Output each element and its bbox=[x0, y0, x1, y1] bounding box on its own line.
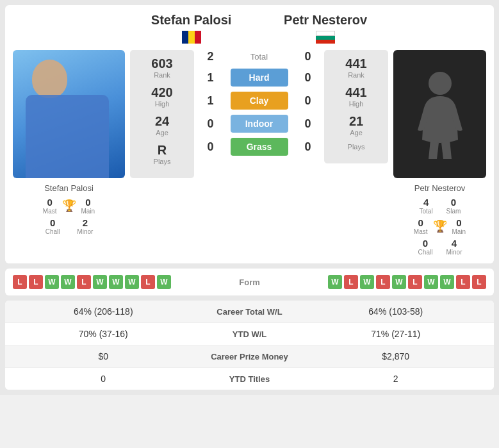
player2-name-bottom: Petr Nesterov bbox=[414, 183, 465, 193]
p1-form-3: W bbox=[45, 275, 59, 289]
player2-photo bbox=[393, 50, 486, 178]
p1-form-2: L bbox=[29, 275, 43, 289]
form-row: L L W W L W W W L W Form W L W L W L W W bbox=[13, 275, 486, 289]
clay-row: 1 Clay 0 bbox=[199, 92, 319, 110]
p1-chall-block: 0 Chall bbox=[43, 217, 63, 235]
p2-form-9: L bbox=[456, 275, 470, 289]
p1-minor-block: 2 Minor bbox=[76, 217, 95, 235]
form-label: Form bbox=[224, 278, 275, 287]
p2-high-row: 441 High bbox=[334, 85, 379, 108]
form-card: L L W W L W W W L W Form W L W L W L W W bbox=[5, 269, 494, 295]
player2-silhouette bbox=[414, 69, 466, 159]
p1-high-row: 420 High bbox=[140, 85, 184, 108]
stats-table: 64% (206-118) Career Total W/L 64% (103-… bbox=[5, 301, 494, 390]
player2-form: W L W L W L W W L L bbox=[328, 275, 486, 289]
player1-bottom: Stefan Palosi 2 Total 0 Slam 0 Mast bbox=[43, 183, 95, 235]
p2-total-block: 4 Total bbox=[419, 197, 434, 215]
p1-form-1: L bbox=[13, 275, 27, 289]
grass-row: 0 Grass 0 bbox=[199, 138, 319, 156]
player1-flag bbox=[182, 31, 201, 44]
p2-form-3: W bbox=[360, 275, 374, 289]
p1-trophy: 🏆 bbox=[62, 199, 76, 213]
player2-name-header: Petr Nesterov bbox=[284, 13, 367, 44]
player1-photo bbox=[13, 50, 125, 178]
player2-right: Petr Nesterov 4 Total 0 Slam 0 Mast bbox=[393, 50, 486, 256]
p2-mast-block: 0 Mast bbox=[414, 217, 428, 235]
player2-stats-box: 441 Rank 441 High 21 Age Plays bbox=[324, 50, 388, 163]
player2-flag bbox=[316, 31, 335, 44]
p2-form-7: W bbox=[424, 275, 438, 289]
p2-form-2: L bbox=[344, 275, 358, 289]
p2-form-4: L bbox=[376, 275, 390, 289]
p1-form-6: W bbox=[93, 275, 107, 289]
player1-form: L L W W L W W W L W bbox=[13, 275, 171, 289]
p1-form-4: W bbox=[61, 275, 75, 289]
total-row: 2 Total 0 bbox=[199, 50, 319, 63]
clay-button[interactable]: Clay bbox=[231, 92, 288, 110]
career-wl-row: 64% (206-118) Career Total W/L 64% (103-… bbox=[5, 301, 494, 323]
p2-form-10: L bbox=[472, 275, 486, 289]
p2-form-1: W bbox=[328, 275, 342, 289]
p2-chall-block: 0 Chall bbox=[417, 238, 433, 256]
indoor-button[interactable]: Indoor bbox=[231, 115, 288, 133]
comparison-card: Stefan Palosi Petr Nesterov bbox=[5, 5, 494, 263]
p2-form-5: W bbox=[392, 275, 406, 289]
grass-button[interactable]: Grass bbox=[231, 138, 288, 156]
p2-minor-block: 4 Minor bbox=[446, 238, 462, 256]
page-wrapper: Stefan Palosi Petr Nesterov bbox=[0, 0, 499, 395]
player1-name-header: Stefan Palosi bbox=[151, 13, 232, 44]
svg-point-0 bbox=[429, 72, 452, 95]
center-scores: 2 Total 0 1 Hard 0 1 Clay 0 0 Indoor bbox=[199, 50, 319, 156]
p2-form-8: W bbox=[440, 275, 454, 289]
p1-rank-row: 603 Rank bbox=[140, 56, 184, 79]
p1-form-5: L bbox=[77, 275, 91, 289]
player-headers: Stefan Palosi Petr Nesterov bbox=[13, 13, 486, 44]
p1-age-row: 24 Age bbox=[140, 114, 184, 137]
p1-plays-row: R Plays bbox=[140, 143, 184, 165]
main-content-row: Stefan Palosi 2 Total 0 Slam 0 Mast bbox=[13, 50, 486, 256]
player1-left: Stefan Palosi 2 Total 0 Slam 0 Mast bbox=[13, 50, 125, 235]
player1-stats-box: 603 Rank 420 High 24 Age R Plays bbox=[130, 50, 194, 178]
p2-slam-block: 0 Slam bbox=[446, 197, 461, 215]
p1-form-9: L bbox=[141, 275, 155, 289]
p2-age-row: 21 Age bbox=[334, 114, 379, 137]
p1-form-7: W bbox=[109, 275, 123, 289]
titles-row: 0 YTD Titles 2 bbox=[5, 368, 494, 390]
p2-rank-row: 441 Rank bbox=[334, 56, 379, 79]
p1-main-block: 0 Main bbox=[81, 197, 95, 215]
p2-plays-row: Plays bbox=[334, 143, 379, 151]
prize-row: $0 Career Prize Money $2,870 bbox=[5, 345, 494, 368]
p1-mast-block: 0 Mast bbox=[43, 197, 57, 215]
ytd-wl-row: 70% (37-16) YTD W/L 71% (27-11) bbox=[5, 323, 494, 345]
p1-form-10: W bbox=[157, 275, 171, 289]
p2-trophy: 🏆 bbox=[433, 219, 447, 233]
hard-button[interactable]: Hard bbox=[231, 69, 288, 87]
p2-form-6: L bbox=[408, 275, 422, 289]
indoor-row: 0 Indoor 0 bbox=[199, 115, 319, 133]
p1-form-8: W bbox=[125, 275, 139, 289]
hard-row: 1 Hard 0 bbox=[199, 69, 319, 87]
p2-main-block: 0 Main bbox=[452, 217, 466, 235]
